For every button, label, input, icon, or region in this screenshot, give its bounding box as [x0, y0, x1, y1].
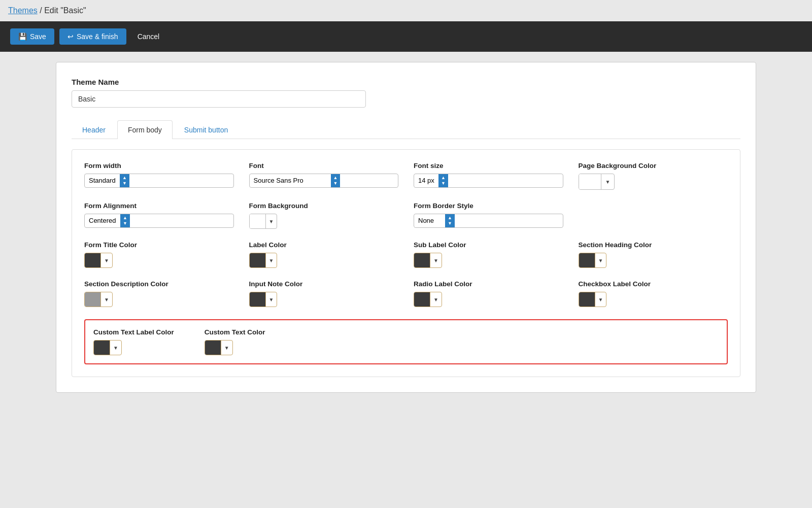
label-color-group: Label Color ▼ [249, 241, 399, 268]
custom-text-label-color-label: Custom Text Label Color [93, 328, 174, 336]
input-note-color-label: Input Note Color [249, 280, 399, 288]
input-note-color-arrow: ▼ [266, 297, 277, 302]
theme-name-label: Theme Name [72, 78, 740, 86]
form-alignment-arrows: ▲ ▼ [120, 214, 130, 227]
custom-text-color-label: Custom Text Color [205, 328, 265, 336]
custom-text-label-color-picker[interactable]: ▼ [93, 340, 122, 355]
page-bg-arrow-icon: ▼ [601, 179, 615, 185]
checkbox-label-color-group: Checkbox Label Color ▼ [579, 280, 728, 307]
section-description-color-swatch [85, 292, 101, 307]
options-row-1: Form width Standard Wide Full ▲ ▼ Font [84, 162, 728, 190]
save-button[interactable]: 💾 Save [10, 28, 54, 45]
form-width-group: Form width Standard Wide Full ▲ ▼ [84, 162, 234, 190]
radio-label-color-picker[interactable]: ▼ [414, 292, 442, 307]
checkbox-label-color-arrow: ▼ [595, 297, 606, 302]
form-body-content: Form width Standard Wide Full ▲ ▼ Font [72, 149, 740, 377]
section-description-color-group: Section Description Color ▼ [84, 280, 234, 307]
font-select-wrapper[interactable]: Source Sans Pro Arial Georgia Helvetica … [249, 174, 399, 188]
form-width-select[interactable]: Standard Wide Full [85, 174, 120, 187]
form-bg-arrow-icon: ▼ [266, 219, 277, 224]
form-alignment-select-wrapper[interactable]: Centered Left Right ▲ ▼ [84, 214, 234, 228]
checkbox-label-color-picker[interactable]: ▼ [579, 292, 607, 307]
font-arrows: ▲ ▼ [331, 174, 341, 187]
checkbox-label-color-label: Checkbox Label Color [579, 280, 728, 288]
form-title-color-group: Form Title Color ▼ [84, 241, 234, 268]
form-title-color-arrow: ▼ [101, 258, 112, 263]
custom-text-color-arrow: ▼ [221, 345, 232, 351]
font-size-select[interactable]: 12 px 13 px 14 px 16 px 18 px [414, 174, 438, 187]
form-title-color-swatch [85, 253, 101, 267]
save-icon: 💾 [18, 32, 27, 41]
themes-link[interactable]: Themes [8, 6, 38, 15]
section-heading-color-arrow: ▼ [595, 258, 606, 263]
section-description-color-picker[interactable]: ▼ [84, 292, 113, 307]
save-finish-button[interactable]: ↩ Save & finish [59, 28, 126, 45]
sub-label-color-group: Sub Label Color ▼ [414, 241, 563, 268]
input-note-color-picker[interactable]: ▼ [249, 292, 278, 307]
page-bg-color-picker[interactable]: ▼ [579, 174, 615, 190]
page-bg-color-label: Page Background Color [579, 162, 728, 170]
input-note-color-group: Input Note Color ▼ [249, 280, 399, 307]
return-icon: ↩ [67, 32, 74, 41]
form-background-group: Form Background ▼ [249, 202, 399, 229]
form-title-color-picker[interactable]: ▼ [84, 253, 113, 268]
custom-text-color-picker[interactable]: ▼ [205, 340, 233, 355]
form-background-label: Form Background [249, 202, 399, 210]
form-alignment-select[interactable]: Centered Left Right [85, 214, 120, 227]
options-row-4: Section Description Color ▼ Input Note C… [84, 280, 728, 307]
tab-form-body[interactable]: Form body [117, 120, 173, 139]
form-border-style-arrows: ▲ ▼ [445, 214, 455, 227]
cancel-button[interactable]: Cancel [131, 28, 166, 45]
options-row-3: Form Title Color ▼ Label Color ▼ Sub Lab… [84, 241, 728, 268]
custom-text-label-color-swatch [94, 341, 110, 355]
theme-name-input[interactable] [72, 90, 366, 108]
form-bg-swatch [250, 214, 266, 228]
sub-label-color-arrow: ▼ [430, 258, 442, 263]
form-background-picker[interactable]: ▼ [249, 214, 278, 229]
section-heading-color-swatch [579, 253, 595, 267]
section-description-color-label: Section Description Color [84, 280, 234, 288]
placeholder-col4-row2 [579, 202, 728, 229]
label-color-label: Label Color [249, 241, 399, 249]
section-heading-color-picker[interactable]: ▼ [579, 253, 607, 268]
form-width-arrows: ▲ ▼ [120, 174, 129, 187]
font-size-select-wrapper[interactable]: 12 px 13 px 14 px 16 px 18 px ▲ ▼ [414, 174, 563, 188]
custom-text-section: Custom Text Label Color ▼ Custom Text Co… [84, 319, 728, 364]
page-bg-swatch [579, 174, 601, 189]
radio-label-color-label: Radio Label Color [414, 280, 563, 288]
save-finish-label: Save & finish [77, 32, 118, 41]
label-color-picker[interactable]: ▼ [249, 253, 278, 268]
page-bg-color-group: Page Background Color ▼ [579, 162, 728, 190]
sub-label-color-swatch [414, 253, 430, 267]
breadcrumb-separator: / [38, 6, 44, 15]
form-border-style-select-wrapper[interactable]: None Solid Dashed Dotted ▲ ▼ [414, 214, 563, 228]
sub-label-color-picker[interactable]: ▼ [414, 253, 442, 268]
main-content: Theme Name Header Form body Submit butto… [56, 62, 756, 393]
custom-text-label-color-group: Custom Text Label Color ▼ [93, 328, 174, 355]
custom-text-label-color-arrow: ▼ [110, 345, 121, 351]
breadcrumb: Themes / Edit "Basic" [0, 0, 812, 21]
custom-text-color-group: Custom Text Color ▼ [205, 328, 265, 355]
form-width-select-wrapper[interactable]: Standard Wide Full ▲ ▼ [84, 174, 234, 188]
font-label: Font [249, 162, 399, 170]
tab-form-body-label: Form body [128, 126, 162, 134]
font-select[interactable]: Source Sans Pro Arial Georgia Helvetica [250, 174, 331, 187]
form-border-style-label: Form Border Style [414, 202, 563, 210]
radio-label-color-swatch [414, 292, 430, 307]
form-border-style-select[interactable]: None Solid Dashed Dotted [414, 214, 445, 227]
custom-text-color-swatch [205, 341, 221, 355]
font-size-label: Font size [414, 162, 563, 170]
form-border-style-group: Form Border Style None Solid Dashed Dott… [414, 202, 563, 229]
tab-submit-button[interactable]: Submit button [174, 120, 239, 139]
tab-header[interactable]: Header [72, 120, 116, 139]
radio-label-color-arrow: ▼ [430, 297, 442, 302]
breadcrumb-current: Edit "Basic" [44, 6, 86, 15]
radio-label-color-group: Radio Label Color ▼ [414, 280, 563, 307]
checkbox-label-color-swatch [579, 292, 595, 307]
options-row-2: Form Alignment Centered Left Right ▲ ▼ F… [84, 202, 728, 229]
section-heading-color-group: Section Heading Color ▼ [579, 241, 728, 268]
toolbar: 💾 Save ↩ Save & finish Cancel [0, 21, 812, 52]
tab-submit-button-label: Submit button [184, 126, 228, 134]
font-group: Font Source Sans Pro Arial Georgia Helve… [249, 162, 399, 190]
section-heading-color-label: Section Heading Color [579, 241, 728, 249]
